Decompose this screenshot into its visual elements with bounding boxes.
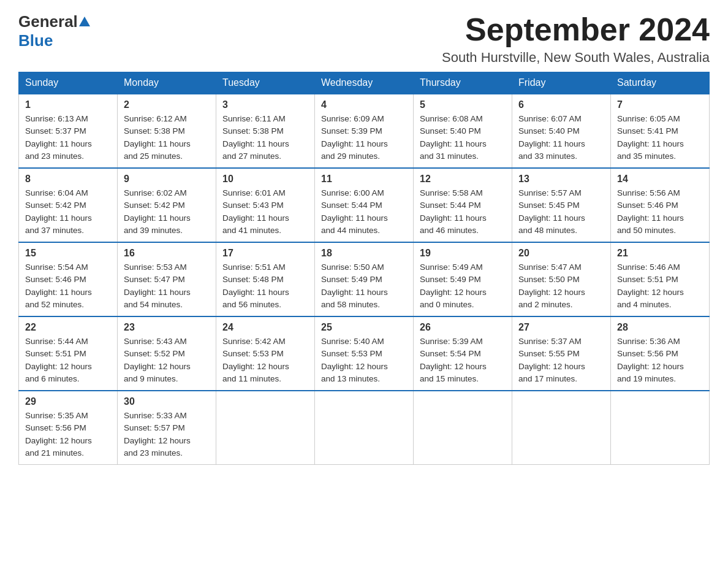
table-row: 7Sunrise: 6:05 AMSunset: 5:41 PMDaylight… (611, 94, 710, 168)
day-number: 3 (222, 99, 308, 110)
table-row (216, 391, 315, 465)
day-info: Sunrise: 5:37 AMSunset: 5:55 PMDaylight:… (518, 335, 604, 385)
day-number: 13 (518, 174, 604, 185)
svg-marker-0 (79, 17, 90, 26)
day-info: Sunrise: 5:46 AMSunset: 5:51 PMDaylight:… (617, 261, 703, 311)
col-wednesday: Wednesday (315, 72, 414, 94)
day-info: Sunrise: 6:00 AMSunset: 5:44 PMDaylight:… (321, 187, 407, 237)
title-block: September 2024 South Hurstville, New Sou… (442, 12, 710, 66)
day-info: Sunrise: 5:47 AMSunset: 5:50 PMDaylight:… (518, 261, 604, 311)
day-info: Sunrise: 5:44 AMSunset: 5:51 PMDaylight:… (25, 335, 111, 385)
table-row: 4Sunrise: 6:09 AMSunset: 5:39 PMDaylight… (315, 94, 414, 168)
day-number: 12 (420, 174, 506, 185)
day-info: Sunrise: 5:35 AMSunset: 5:56 PMDaylight:… (25, 410, 111, 459)
day-number: 29 (25, 396, 111, 407)
table-row: 25Sunrise: 5:40 AMSunset: 5:53 PMDayligh… (315, 316, 414, 391)
day-info: Sunrise: 5:57 AMSunset: 5:45 PMDaylight:… (518, 187, 604, 237)
day-number: 10 (222, 174, 308, 185)
table-row: 14Sunrise: 5:56 AMSunset: 5:46 PMDayligh… (611, 168, 710, 242)
day-number: 21 (617, 248, 703, 259)
col-saturday: Saturday (611, 72, 710, 94)
table-row: 24Sunrise: 5:42 AMSunset: 5:53 PMDayligh… (216, 316, 315, 391)
table-row: 27Sunrise: 5:37 AMSunset: 5:55 PMDayligh… (512, 316, 611, 391)
day-number: 22 (25, 322, 111, 333)
day-info: Sunrise: 5:54 AMSunset: 5:46 PMDaylight:… (25, 261, 111, 311)
logo-general-text: General (18, 12, 78, 31)
table-row: 1Sunrise: 6:13 AMSunset: 5:37 PMDaylight… (19, 94, 118, 168)
table-row: 30Sunrise: 5:33 AMSunset: 5:57 PMDayligh… (118, 391, 216, 465)
day-number: 14 (617, 174, 703, 185)
day-number: 20 (518, 248, 604, 259)
day-info: Sunrise: 5:49 AMSunset: 5:49 PMDaylight:… (420, 261, 506, 311)
day-number: 17 (222, 248, 308, 259)
table-row: 10Sunrise: 6:01 AMSunset: 5:43 PMDayligh… (216, 168, 315, 242)
col-sunday: Sunday (19, 72, 118, 94)
table-row: 28Sunrise: 5:36 AMSunset: 5:56 PMDayligh… (611, 316, 710, 391)
day-info: Sunrise: 5:36 AMSunset: 5:56 PMDaylight:… (617, 335, 703, 385)
table-row: 17Sunrise: 5:51 AMSunset: 5:48 PMDayligh… (216, 242, 315, 316)
day-number: 25 (321, 322, 407, 333)
calendar-week-row: 1Sunrise: 6:13 AMSunset: 5:37 PMDaylight… (19, 94, 710, 168)
day-info: Sunrise: 6:09 AMSunset: 5:39 PMDaylight:… (321, 113, 407, 163)
day-info: Sunrise: 6:11 AMSunset: 5:38 PMDaylight:… (222, 113, 308, 163)
calendar-week-row: 22Sunrise: 5:44 AMSunset: 5:51 PMDayligh… (19, 316, 710, 391)
page-header: General Blue September 2024 South Hurstv… (18, 12, 710, 66)
table-row: 8Sunrise: 6:04 AMSunset: 5:42 PMDaylight… (19, 168, 118, 242)
day-number: 19 (420, 248, 506, 259)
day-info: Sunrise: 6:12 AMSunset: 5:38 PMDaylight:… (124, 113, 210, 163)
day-info: Sunrise: 5:51 AMSunset: 5:48 PMDaylight:… (222, 261, 308, 311)
table-row: 20Sunrise: 5:47 AMSunset: 5:50 PMDayligh… (512, 242, 611, 316)
day-number: 1 (25, 99, 111, 110)
table-row: 23Sunrise: 5:43 AMSunset: 5:52 PMDayligh… (118, 316, 216, 391)
day-info: Sunrise: 5:50 AMSunset: 5:49 PMDaylight:… (321, 261, 407, 311)
day-number: 4 (321, 99, 407, 110)
day-number: 27 (518, 322, 604, 333)
logo-icon (78, 15, 91, 29)
table-row: 22Sunrise: 5:44 AMSunset: 5:51 PMDayligh… (19, 316, 118, 391)
table-row: 2Sunrise: 6:12 AMSunset: 5:38 PMDaylight… (118, 94, 216, 168)
table-row: 12Sunrise: 5:58 AMSunset: 5:44 PMDayligh… (414, 168, 512, 242)
day-info: Sunrise: 6:08 AMSunset: 5:40 PMDaylight:… (420, 113, 506, 163)
calendar-week-row: 29Sunrise: 5:35 AMSunset: 5:56 PMDayligh… (19, 391, 710, 465)
day-number: 28 (617, 322, 703, 333)
table-row (315, 391, 414, 465)
day-number: 5 (420, 99, 506, 110)
day-number: 7 (617, 99, 703, 110)
day-number: 11 (321, 174, 407, 185)
day-number: 23 (124, 322, 210, 333)
table-row: 5Sunrise: 6:08 AMSunset: 5:40 PMDaylight… (414, 94, 512, 168)
logo-blue-text: Blue (18, 31, 53, 50)
day-number: 16 (124, 248, 210, 259)
table-row (512, 391, 611, 465)
logo: General Blue (18, 12, 91, 50)
table-row (414, 391, 512, 465)
day-number: 18 (321, 248, 407, 259)
day-info: Sunrise: 6:04 AMSunset: 5:42 PMDaylight:… (25, 187, 111, 237)
day-info: Sunrise: 5:58 AMSunset: 5:44 PMDaylight:… (420, 187, 506, 237)
table-row: 21Sunrise: 5:46 AMSunset: 5:51 PMDayligh… (611, 242, 710, 316)
col-friday: Friday (512, 72, 611, 94)
day-number: 2 (124, 99, 210, 110)
col-monday: Monday (118, 72, 216, 94)
day-number: 26 (420, 322, 506, 333)
calendar-header-row: Sunday Monday Tuesday Wednesday Thursday… (19, 72, 710, 94)
table-row (611, 391, 710, 465)
day-number: 8 (25, 174, 111, 185)
day-number: 24 (222, 322, 308, 333)
col-tuesday: Tuesday (216, 72, 315, 94)
table-row: 9Sunrise: 6:02 AMSunset: 5:42 PMDaylight… (118, 168, 216, 242)
day-info: Sunrise: 5:56 AMSunset: 5:46 PMDaylight:… (617, 187, 703, 237)
day-info: Sunrise: 6:02 AMSunset: 5:42 PMDaylight:… (124, 187, 210, 237)
calendar-table: Sunday Monday Tuesday Wednesday Thursday… (18, 72, 710, 465)
table-row: 6Sunrise: 6:07 AMSunset: 5:40 PMDaylight… (512, 94, 611, 168)
table-row: 18Sunrise: 5:50 AMSunset: 5:49 PMDayligh… (315, 242, 414, 316)
day-info: Sunrise: 5:39 AMSunset: 5:54 PMDaylight:… (420, 335, 506, 385)
day-info: Sunrise: 5:43 AMSunset: 5:52 PMDaylight:… (124, 335, 210, 385)
day-info: Sunrise: 5:40 AMSunset: 5:53 PMDaylight:… (321, 335, 407, 385)
day-info: Sunrise: 6:13 AMSunset: 5:37 PMDaylight:… (25, 113, 111, 163)
calendar-week-row: 15Sunrise: 5:54 AMSunset: 5:46 PMDayligh… (19, 242, 710, 316)
table-row: 15Sunrise: 5:54 AMSunset: 5:46 PMDayligh… (19, 242, 118, 316)
table-row: 13Sunrise: 5:57 AMSunset: 5:45 PMDayligh… (512, 168, 611, 242)
day-number: 30 (124, 396, 210, 407)
table-row: 19Sunrise: 5:49 AMSunset: 5:49 PMDayligh… (414, 242, 512, 316)
